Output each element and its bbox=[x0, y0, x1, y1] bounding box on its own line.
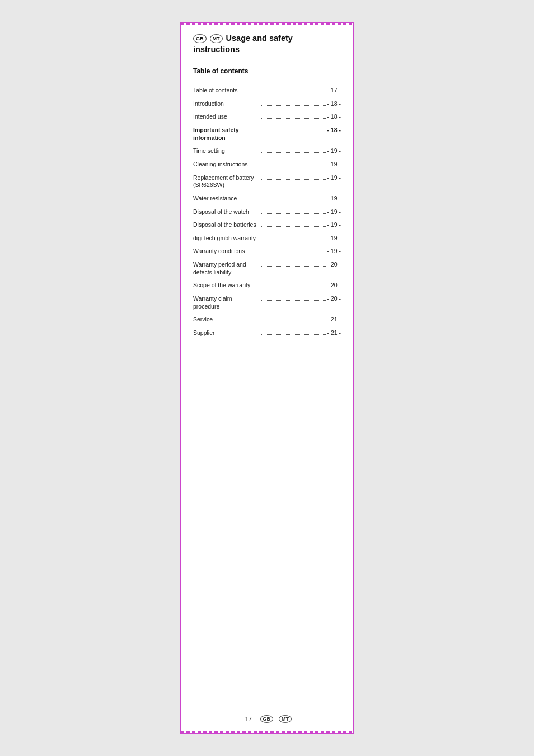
toc-item-label: Table of contents bbox=[193, 87, 260, 95]
badge-gb: GB bbox=[193, 34, 207, 43]
toc-item-page: - 19 - bbox=[327, 235, 341, 242]
toc-item-label: Warranty claim procedure bbox=[193, 295, 260, 310]
toc-item-dots bbox=[261, 321, 326, 321]
toc-item-label: Warranty conditions bbox=[193, 248, 260, 255]
toc-item-page: - 20 - bbox=[327, 282, 341, 290]
toc-item-dots bbox=[261, 334, 326, 335]
page-footer: - 17 - GB MT bbox=[193, 704, 341, 723]
toc-item-label: Warranty period and defects liability bbox=[193, 261, 260, 276]
toc-item: Table of contents- 17 - bbox=[193, 84, 341, 97]
toc-item-dots bbox=[261, 253, 326, 253]
toc-item-dots bbox=[261, 105, 326, 106]
toc-item-label: Supplier bbox=[193, 329, 260, 337]
toc-item-page: - 19 - bbox=[327, 221, 341, 229]
toc-item: Important safety information- 18 - bbox=[193, 124, 341, 144]
toc-item-dots bbox=[261, 287, 326, 287]
toc-item-label: Service bbox=[193, 316, 260, 324]
toc-item-page: - 21 - bbox=[327, 329, 341, 337]
toc-item: Disposal of the batteries- 19 - bbox=[193, 218, 341, 232]
footer-badge-gb: GB bbox=[260, 715, 274, 723]
toc-item-page: - 17 - bbox=[327, 87, 341, 95]
toc-item-page: - 18 - bbox=[327, 100, 341, 108]
toc-item-label: Cleaning instructions bbox=[193, 161, 260, 169]
toc-item-label: digi-tech gmbh warranty bbox=[193, 235, 260, 242]
top-border-decoration bbox=[181, 23, 353, 25]
toc-item: Replacement of battery (SR626SW)- 19 - bbox=[193, 171, 341, 192]
toc-item-label: Replacement of battery (SR626SW) bbox=[193, 174, 260, 189]
document-page: GB MT Usage and safety instructions Tabl… bbox=[180, 22, 354, 734]
toc-item-dots bbox=[261, 132, 326, 132]
toc-item-label: Water resistance bbox=[193, 195, 260, 203]
toc-item: Cleaning instructions- 19 - bbox=[193, 158, 341, 171]
toc-item-label: Introduction bbox=[193, 100, 260, 108]
toc-item: Warranty conditions- 19 - bbox=[193, 245, 341, 258]
toc-item-label: Scope of the warranty bbox=[193, 282, 260, 290]
toc-item-dots bbox=[261, 226, 326, 227]
toc-item: Scope of the warranty- 20 - bbox=[193, 279, 341, 292]
toc-item-label: Time setting bbox=[193, 147, 260, 155]
toc-item: Disposal of the watch- 19 - bbox=[193, 206, 341, 219]
toc-item-dots bbox=[261, 300, 326, 301]
toc-item-dots bbox=[261, 92, 326, 92]
toc-item-dots bbox=[261, 200, 326, 200]
toc-item-dots bbox=[261, 240, 326, 240]
page-header: GB MT Usage and safety instructions bbox=[193, 33, 341, 55]
toc-item-page: - 20 - bbox=[327, 261, 341, 269]
toc-item-label: Disposal of the batteries bbox=[193, 221, 260, 229]
toc-item: Introduction- 18 - bbox=[193, 97, 341, 111]
toc-item-page: - 19 - bbox=[327, 195, 341, 203]
toc-item: Time setting- 19 - bbox=[193, 144, 341, 158]
toc-item-label: Intended use bbox=[193, 113, 260, 121]
toc-item: Warranty period and defects liability- 2… bbox=[193, 258, 341, 279]
toc-list: Table of contents- 17 -Introduction- 18 … bbox=[193, 84, 341, 339]
footer-page-number: - 17 - bbox=[241, 716, 256, 722]
footer-badge-mt: MT bbox=[279, 715, 292, 723]
toc-item: Supplier- 21 - bbox=[193, 326, 341, 340]
toc-item: Warranty claim procedure- 20 - bbox=[193, 292, 341, 313]
toc-item-dots bbox=[261, 179, 326, 180]
toc-item-label: Disposal of the watch bbox=[193, 208, 260, 216]
toc-heading: Table of contents bbox=[193, 67, 341, 75]
toc-item-dots bbox=[261, 152, 326, 153]
toc-item-page: - 20 - bbox=[327, 295, 341, 303]
toc-item-dots bbox=[261, 213, 326, 214]
toc-item-label: Important safety information bbox=[193, 127, 260, 142]
toc-item-dots bbox=[261, 118, 326, 119]
toc-item: Service- 21 - bbox=[193, 313, 341, 326]
toc-item: digi-tech gmbh warranty- 19 - bbox=[193, 232, 341, 245]
toc-item-page: - 18 - bbox=[327, 113, 341, 121]
toc-item-page: - 19 - bbox=[327, 208, 341, 216]
toc-item-page: - 21 - bbox=[327, 316, 341, 324]
toc-item-page: - 19 - bbox=[327, 161, 341, 169]
toc-item-dots bbox=[261, 166, 326, 166]
toc-item-page: - 19 - bbox=[327, 147, 341, 155]
badge-mt: MT bbox=[210, 34, 223, 43]
toc-item: Intended use- 18 - bbox=[193, 110, 341, 124]
toc-item: Water resistance- 19 - bbox=[193, 192, 341, 206]
toc-item-dots bbox=[261, 266, 326, 267]
header-title-text: Usage and safety instructions bbox=[193, 34, 293, 54]
toc-item-page: - 18 - bbox=[327, 127, 341, 134]
toc-item-page: - 19 - bbox=[327, 248, 341, 255]
bottom-border-decoration bbox=[181, 731, 353, 733]
toc-item-page: - 19 - bbox=[327, 174, 341, 182]
